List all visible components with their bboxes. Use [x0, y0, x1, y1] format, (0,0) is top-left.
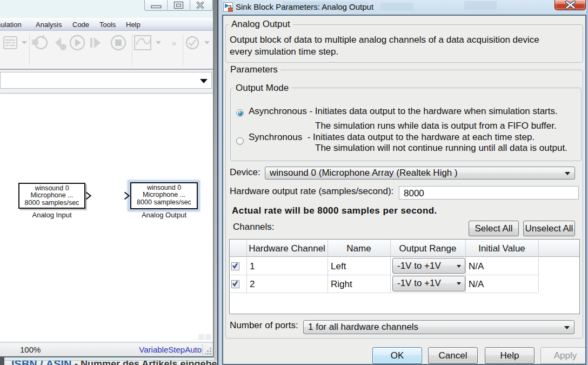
svg-text:»: » [172, 38, 176, 48]
